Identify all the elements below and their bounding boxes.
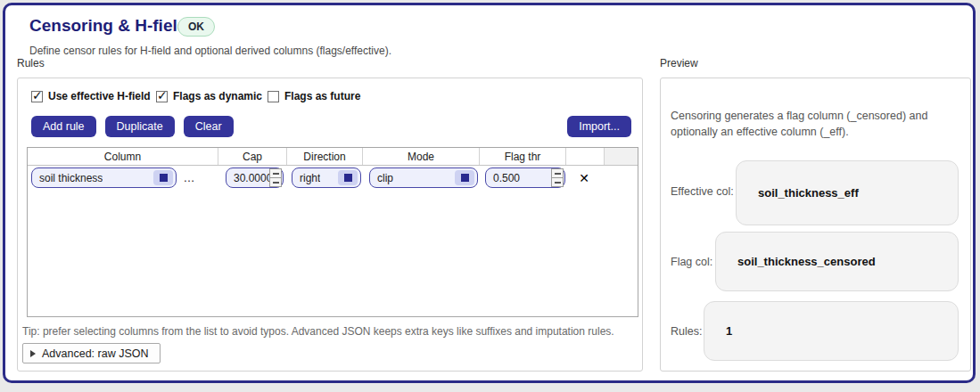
spin-down-button[interactable] xyxy=(551,178,564,187)
duplicate-button[interactable]: Duplicate xyxy=(105,116,175,137)
column-combobox[interactable]: soil thickness xyxy=(31,167,177,188)
dropdown-indicator-icon xyxy=(338,170,358,185)
tip-text: Tip: prefer selecting columns from the l… xyxy=(22,325,614,338)
column-header-cap: Cap xyxy=(218,148,287,165)
flag-col-value-box: soil_thickness_censored xyxy=(715,232,959,291)
checkbox-flags-as-future[interactable]: Flags as future xyxy=(268,90,360,102)
dropdown-indicator-icon xyxy=(153,170,173,185)
spin-down-button[interactable] xyxy=(269,178,282,187)
combobox-value: soil thickness xyxy=(32,172,103,184)
rules-groupbox: Use effective H-field Flags as dynamic F… xyxy=(17,78,643,372)
column-header-flag-thr: Flag thr xyxy=(480,148,566,165)
checkbox-flags-as-dynamic[interactable]: Flags as dynamic xyxy=(156,90,262,102)
flag-col-label: Flag col: xyxy=(671,256,712,268)
rules-toolbar: Add rule Duplicate Clear xyxy=(31,116,234,137)
column-header-mode: Mode xyxy=(363,148,480,165)
preview-group-label: Preview xyxy=(660,57,698,69)
import-button[interactable]: Import... xyxy=(567,116,631,137)
spin-up-button[interactable] xyxy=(269,168,282,178)
spinbox-value: 30.0000 xyxy=(226,172,269,184)
page-title: Censoring & H-field xyxy=(29,16,187,36)
effective-col-value: soil_thickness_eff xyxy=(737,186,859,200)
delete-rule-button[interactable]: ✕ xyxy=(575,167,593,188)
advanced-toggle-label: Advanced: raw JSON xyxy=(42,347,149,360)
header-filler xyxy=(605,148,638,165)
checkbox-icon xyxy=(268,91,279,102)
page-subtitle: Define censor rules for H-field and opti… xyxy=(29,45,391,57)
rules-count-value: 1 xyxy=(704,324,732,338)
censoring-dialog: Censoring & H-field OK Define censor rul… xyxy=(3,3,976,383)
preview-groupbox: Censoring generates a flag column (_cens… xyxy=(660,78,971,372)
rules-group-label: Rules xyxy=(17,57,45,69)
mode-combobox[interactable]: clip xyxy=(369,167,478,188)
effective-col-label: Effective col: xyxy=(671,185,734,198)
table-header-row: Column Cap Direction Mode Flag thr xyxy=(28,148,638,166)
clear-button[interactable]: Clear xyxy=(184,116,234,137)
rules-table: Column Cap Direction Mode Flag thr soil … xyxy=(27,147,638,317)
flag-col-value: soil_thickness_censored xyxy=(716,255,876,268)
browse-columns-button[interactable]: … xyxy=(181,167,197,188)
advanced-json-toggle[interactable]: Advanced: raw JSON xyxy=(22,343,161,363)
flag-threshold-spinbox[interactable]: 0.500 xyxy=(485,167,565,188)
add-rule-button[interactable]: Add rule xyxy=(31,116,96,137)
column-header-actions xyxy=(566,148,605,165)
dropdown-indicator-icon xyxy=(455,170,474,185)
effective-col-value-box: soil_thickness_eff xyxy=(736,160,959,225)
table-row: soil thickness … 30.0000 right clip xyxy=(28,166,638,191)
checkbox-label: Flags as dynamic xyxy=(173,90,262,102)
column-header-direction: Direction xyxy=(287,148,363,165)
checkbox-label: Use effective H-field xyxy=(48,90,151,102)
checkbox-icon xyxy=(156,91,168,102)
rules-count-value-box: 1 xyxy=(704,301,959,361)
cap-spinbox[interactable]: 30.0000 xyxy=(226,167,284,188)
combobox-value: clip xyxy=(370,172,393,184)
rules-count-label: Rules: xyxy=(671,325,702,338)
combobox-value: right xyxy=(292,172,320,184)
spin-up-button[interactable] xyxy=(551,168,564,178)
direction-combobox[interactable]: right xyxy=(292,167,361,188)
status-badge: OK xyxy=(177,17,215,37)
spinbox-value: 0.500 xyxy=(486,172,520,184)
preview-description: Censoring generates a flag column (_cens… xyxy=(671,108,951,140)
checkbox-row: Use effective H-field Flags as dynamic F… xyxy=(18,90,642,104)
expand-arrow-icon xyxy=(30,350,36,357)
column-header-column: Column xyxy=(28,148,218,165)
checkbox-icon xyxy=(31,91,43,102)
checkbox-label: Flags as future xyxy=(284,90,360,102)
checkbox-use-effective-h-field[interactable]: Use effective H-field xyxy=(31,90,151,102)
